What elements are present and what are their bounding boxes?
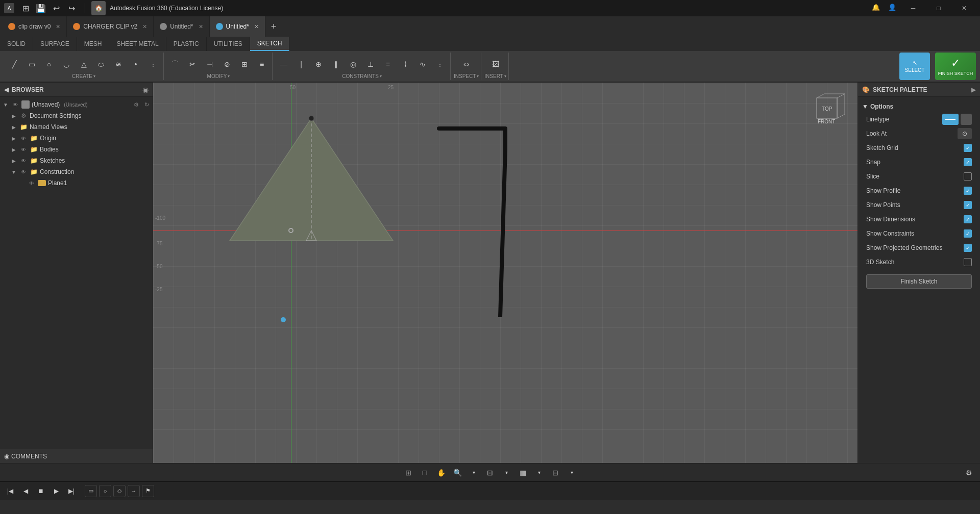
show-dimensions-checkbox[interactable] (964, 215, 972, 223)
anim-tool-diamond[interactable]: ◇ (113, 485, 126, 497)
canvas-area[interactable]: 50 25 -100 -75 -50 -25 (153, 83, 857, 463)
finish-sketch-btn[interactable]: ✓ FINISH SKETCH (935, 53, 976, 80)
fillet-tool[interactable]: ⌒ (167, 56, 183, 72)
tangent-constraint[interactable]: ⌇ (397, 56, 413, 72)
browser-collapse-btn[interactable]: ◉ (142, 86, 149, 94)
tab-surface[interactable]: SURFACE (33, 37, 77, 51)
inspect-label[interactable]: INSPECT ▾ (454, 73, 479, 79)
sketch-3d-checkbox[interactable] (964, 258, 972, 266)
collinear-constraint[interactable]: ∥ (328, 56, 344, 72)
browser-item-named-views[interactable]: ▶ 📁 Named Views (8, 121, 153, 133)
frame-back-btn[interactable]: |◀ (4, 485, 16, 497)
viewport-cube[interactable]: TOP FRONT (806, 93, 847, 134)
display-settings-btn[interactable]: □ (418, 466, 432, 480)
grid-display-btn[interactable]: ⊞ (401, 466, 415, 480)
fit-btn[interactable]: ⊡ (483, 466, 497, 480)
equal-constraint[interactable]: = (380, 56, 396, 72)
browser-item-doc-settings[interactable]: ▶ ⚙ Document Settings (8, 110, 153, 121)
show-projected-checkbox[interactable] (964, 244, 972, 252)
slice-checkbox[interactable] (964, 172, 972, 181)
tab-close-clip-draw[interactable]: ✕ (56, 23, 60, 30)
play-back-btn[interactable]: ◀ (19, 485, 32, 497)
look-at-btn[interactable]: ⊙ (958, 128, 972, 139)
show-profile-checkbox[interactable] (964, 187, 972, 195)
browser-item-origin[interactable]: ▶ 👁 📁 Origin (8, 133, 153, 144)
tab-utilities[interactable]: UTILITIES (207, 37, 250, 51)
zoom-btn[interactable]: 🔍 (450, 466, 464, 480)
modify-label[interactable]: MODIFY ▾ (207, 73, 230, 79)
comments-toggle[interactable]: ◉ COMMENTS (4, 453, 47, 460)
linetype-dashed-btn[interactable] (961, 114, 972, 125)
rect-tool[interactable]: ▭ (23, 56, 40, 72)
tab-sheet-metal[interactable]: SHEET METAL (109, 37, 166, 51)
break-tool[interactable]: ⊘ (219, 56, 235, 72)
timeline-btn[interactable]: ⊟ (548, 466, 562, 480)
trim-tool[interactable]: ✂ (184, 56, 201, 72)
circle-tool[interactable]: ○ (41, 56, 57, 72)
ellipse-tool[interactable]: ⬭ (93, 56, 109, 72)
browser-item-plane1[interactable]: ▶ 👁 Plane1 (16, 177, 153, 189)
tab-close-charger[interactable]: ✕ (142, 23, 147, 30)
linetype-solid-btn[interactable] (942, 114, 959, 125)
home-btn[interactable]: 🏠 (91, 1, 106, 15)
midpoint-constraint[interactable]: ⊥ (362, 56, 379, 72)
render-dropdown[interactable]: ▾ (532, 466, 546, 480)
insert-label[interactable]: INSERT ▾ (484, 73, 506, 79)
tab-sketch[interactable]: SKETCH (250, 37, 290, 51)
browser-item-unsaved[interactable]: ▼ 👁 (Unsaved) (Unsaved) ⚙ ↻ (0, 99, 153, 110)
spline-tool[interactable]: ≋ (110, 56, 127, 72)
tab-charger-clip[interactable]: CHARGER CLIP v2 ✕ (67, 16, 154, 37)
browser-item-construction[interactable]: ▼ 👁 📁 Construction (8, 166, 153, 177)
palette-expand-btn[interactable]: ▶ (971, 86, 976, 93)
anim-tool-circle[interactable]: ○ (99, 485, 111, 497)
timeline-dropdown[interactable]: ▾ (565, 466, 579, 480)
help-icon[interactable]: 🔔 (869, 0, 883, 14)
tab-solid[interactable]: SOLID (0, 37, 33, 51)
sketch-scale-tool[interactable]: ⊞ (236, 56, 253, 72)
tab-close-untitled2[interactable]: ✕ (254, 23, 259, 30)
tab-plastic[interactable]: PLASTIC (166, 37, 207, 51)
anim-tool-flag[interactable]: ⚑ (142, 485, 154, 497)
snap-checkbox[interactable] (964, 158, 972, 166)
undo-icon[interactable]: ↩ (49, 1, 63, 15)
eye-bodies[interactable]: 👁 (19, 145, 28, 153)
polygon-tool[interactable]: △ (76, 56, 92, 72)
tab-untitled-2[interactable]: Untitled* ✕ (210, 16, 265, 37)
save-icon[interactable]: 💾 (34, 1, 48, 15)
offset-tool[interactable]: ≡ (254, 56, 270, 72)
tab-close-untitled1[interactable]: ✕ (199, 23, 203, 30)
constraints-label[interactable]: CONSTRAINTS ▾ (342, 73, 382, 79)
eye-sketches[interactable]: 👁 (19, 157, 28, 165)
horizontal-constraint[interactable]: — (276, 56, 292, 72)
sketch-grid-checkbox[interactable] (964, 144, 972, 152)
options-header[interactable]: ▼ Options (862, 101, 976, 112)
coincident-constraint[interactable]: ⊕ (310, 56, 327, 72)
redo-icon[interactable]: ↪ (64, 1, 79, 15)
browser-item-bodies[interactable]: ▶ 👁 📁 Bodies (8, 144, 153, 155)
minimize-btn[interactable]: ─ (901, 0, 925, 16)
render-btn[interactable]: ▦ (516, 466, 530, 480)
smooth-constraint[interactable]: ∿ (414, 56, 431, 72)
point-tool[interactable]: • (128, 56, 144, 72)
new-tab-btn[interactable]: + (265, 16, 282, 37)
fit-dropdown[interactable]: ▾ (499, 466, 513, 480)
tab-clip-draw[interactable]: clip draw v0 ✕ (2, 16, 67, 37)
tab-untitled-1[interactable]: Untitled* ✕ (154, 16, 209, 37)
account-icon[interactable]: 👤 (885, 0, 899, 14)
insert-image-tool[interactable]: 🖼 (487, 56, 504, 72)
finish-sketch-palette-btn[interactable]: Finish Sketch (866, 274, 972, 289)
eye-construction[interactable]: 👁 (19, 168, 28, 176)
anim-tool-rect[interactable]: ▭ (85, 485, 97, 497)
refresh-icon-unsaved[interactable]: ↻ (142, 100, 151, 109)
show-constraints-checkbox[interactable] (964, 229, 972, 238)
eye-origin[interactable]: 👁 (19, 134, 28, 142)
browser-item-sketches[interactable]: ▶ 👁 📁 Sketches (8, 155, 153, 166)
settings-gear-btn[interactable]: ⚙ (962, 466, 976, 480)
create-label[interactable]: CREATE ▾ (72, 73, 95, 79)
eye-unsaved[interactable]: 👁 (11, 100, 19, 109)
select-btn[interactable]: ↖ SELECT (899, 53, 930, 80)
anim-tool-arrow[interactable]: → (128, 485, 140, 497)
vertical-constraint[interactable]: | (293, 56, 309, 72)
stop-btn[interactable]: ⏹ (35, 485, 47, 497)
show-points-checkbox[interactable] (964, 201, 972, 209)
